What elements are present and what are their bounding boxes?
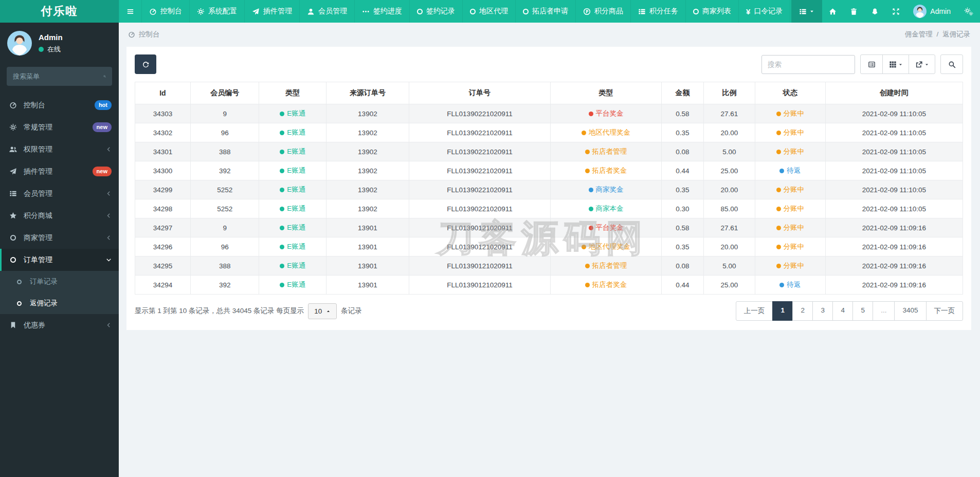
column-header-status[interactable]: 状态 bbox=[755, 82, 825, 104]
export-button[interactable] bbox=[909, 54, 935, 74]
brand-logo[interactable]: 付乐啦 bbox=[0, 0, 119, 23]
top-menu-item-password-records[interactable]: ¥口令记录 bbox=[739, 0, 790, 23]
row-status[interactable]: 待返 bbox=[755, 276, 825, 295]
page-button-4[interactable]: 4 bbox=[832, 301, 853, 321]
sidebar-item-members[interactable]: 会员管理 bbox=[0, 182, 119, 205]
row-type[interactable]: E账通 bbox=[259, 142, 326, 161]
row-status[interactable]: 分账中 bbox=[755, 199, 825, 218]
status-dot-icon bbox=[585, 283, 590, 287]
row-category[interactable]: 地区代理奖金 bbox=[551, 237, 662, 256]
column-header-order-no[interactable]: 订单号 bbox=[409, 82, 550, 104]
column-header-ratio[interactable]: 比例 bbox=[704, 82, 755, 104]
sidebar-item-orders[interactable]: 订单管理 bbox=[0, 249, 119, 271]
row-status[interactable]: 分账中 bbox=[755, 104, 825, 123]
sidebar-toggle-button[interactable] bbox=[119, 0, 142, 23]
page-button-3405[interactable]: 3405 bbox=[894, 301, 926, 321]
sidebar-item-order-records[interactable]: 订单记录 bbox=[0, 271, 119, 292]
prev-page-button[interactable]: 上一页 bbox=[736, 301, 773, 321]
page-button-5[interactable]: 5 bbox=[852, 301, 873, 321]
top-menu-item-contract-progress[interactable]: 签约进度 bbox=[355, 0, 410, 23]
top-menu-item-dashboard[interactable]: 控制台 bbox=[142, 0, 190, 23]
sidebar-item-commission-records[interactable]: 返佣记录 bbox=[0, 292, 119, 314]
row-category[interactable]: 平台奖金 bbox=[551, 218, 662, 237]
breadcrumb-parent[interactable]: 佣金管理 bbox=[905, 30, 933, 38]
sidebar-item-merchants[interactable]: 商家管理 bbox=[0, 227, 119, 249]
pagination-info-suffix: 条记录 bbox=[341, 306, 362, 316]
user-menu[interactable]: Admin bbox=[906, 0, 957, 23]
row-type[interactable]: E账通 bbox=[259, 180, 326, 199]
bookmark-icon bbox=[9, 321, 17, 329]
column-header-created[interactable]: 创建时间 bbox=[825, 82, 963, 104]
top-menu-item-merchant-list[interactable]: 商家列表 bbox=[686, 0, 739, 23]
sidebar-item-points-mall[interactable]: 积分商城 bbox=[0, 205, 119, 227]
top-menu-label: 插件管理 bbox=[263, 7, 292, 16]
top-menu-item-members[interactable]: 会员管理 bbox=[300, 0, 355, 23]
sidebar-item-plugins[interactable]: 插件管理new bbox=[0, 160, 119, 182]
sidebar-item-general[interactable]: 常规管理new bbox=[0, 116, 119, 138]
row-category[interactable]: 拓店者管理 bbox=[551, 142, 662, 161]
page-button-3[interactable]: 3 bbox=[812, 301, 833, 321]
row-category[interactable]: 商家本金 bbox=[551, 199, 662, 218]
top-menu-item-points-goods[interactable]: 积分商品 bbox=[576, 0, 631, 23]
page-button-2[interactable]: 2 bbox=[792, 301, 813, 321]
sidebar-item-permissions[interactable]: 权限管理 bbox=[0, 138, 119, 160]
sidebar-item-dashboard[interactable]: 控制台hot bbox=[0, 94, 119, 116]
top-menu-item-contract-records[interactable]: 签约记录 bbox=[410, 0, 463, 23]
sidebar-item-coupons[interactable]: 优惠券 bbox=[0, 314, 119, 336]
column-header-amount[interactable]: 金额 bbox=[661, 82, 703, 104]
row-type[interactable]: E账通 bbox=[259, 256, 326, 276]
column-header-source-order[interactable]: 来源订单号 bbox=[326, 82, 409, 104]
row-status[interactable]: 分账中 bbox=[755, 256, 825, 276]
detail-view-button[interactable] bbox=[860, 54, 883, 74]
row-status[interactable]: 分账中 bbox=[755, 123, 825, 142]
search-icon[interactable] bbox=[103, 73, 106, 80]
top-menu-item-plugins[interactable]: 插件管理 bbox=[245, 0, 300, 23]
column-header-type[interactable]: 类型 bbox=[259, 82, 326, 104]
row-type[interactable]: E账通 bbox=[259, 123, 326, 142]
row-type[interactable]: E账通 bbox=[259, 237, 326, 256]
top-menu-item-region-agent[interactable]: 地区代理 bbox=[463, 0, 516, 23]
row-category[interactable]: 地区代理奖金 bbox=[551, 123, 662, 142]
settings-button[interactable] bbox=[957, 0, 980, 23]
sidebar-search-input[interactable] bbox=[13, 72, 103, 80]
page-button-1[interactable]: 1 bbox=[772, 301, 793, 321]
row-type[interactable]: E账通 bbox=[259, 218, 326, 237]
row-category[interactable]: 平台奖金 bbox=[551, 104, 662, 123]
layout-dropdown-button[interactable] bbox=[791, 0, 822, 23]
column-header-category[interactable]: 类型 bbox=[551, 82, 662, 104]
columns-button[interactable] bbox=[882, 54, 909, 74]
top-menu-item-shop-developer-apply[interactable]: 拓店者申请 bbox=[516, 0, 576, 23]
top-menu-item-system-config[interactable]: 系统配置 bbox=[190, 0, 245, 23]
row-source-order: 13901 bbox=[326, 218, 409, 237]
column-header-member[interactable]: 会员编号 bbox=[190, 82, 259, 104]
row-type[interactable]: E账通 bbox=[259, 276, 326, 295]
home-button[interactable] bbox=[822, 0, 843, 23]
row-member: 5252 bbox=[190, 199, 259, 218]
row-type[interactable]: E账通 bbox=[259, 161, 326, 180]
fullscreen-button[interactable] bbox=[885, 0, 906, 23]
row-type[interactable]: E账通 bbox=[259, 104, 326, 123]
column-header-id[interactable]: Id bbox=[135, 82, 191, 104]
table-search-input[interactable] bbox=[761, 55, 855, 74]
top-menu-item-points-tasks[interactable]: 积分任务 bbox=[631, 0, 686, 23]
page-size-select[interactable]: 10 bbox=[308, 303, 337, 319]
row-ratio: 27.61 bbox=[704, 218, 755, 237]
row-category[interactable]: 拓店者奖金 bbox=[551, 276, 662, 295]
row-status[interactable]: 待返 bbox=[755, 161, 825, 180]
row-type[interactable]: E账通 bbox=[259, 199, 326, 218]
row-status[interactable]: 分账中 bbox=[755, 180, 825, 199]
row-status[interactable]: 分账中 bbox=[755, 237, 825, 256]
row-category[interactable]: 拓店者管理 bbox=[551, 256, 662, 276]
row-category[interactable]: 拓店者奖金 bbox=[551, 161, 662, 180]
row-status[interactable]: 分账中 bbox=[755, 142, 825, 161]
breadcrumb-left[interactable]: 控制台 bbox=[128, 30, 160, 39]
next-page-button[interactable]: 下一页 bbox=[926, 301, 964, 321]
qq-button[interactable] bbox=[864, 0, 885, 23]
row-category[interactable]: 商家奖金 bbox=[551, 180, 662, 199]
clear-cache-button[interactable] bbox=[843, 0, 864, 23]
row-member: 392 bbox=[190, 161, 259, 180]
search-toggle-button[interactable] bbox=[940, 54, 963, 74]
row-ratio: 20.00 bbox=[704, 180, 755, 199]
refresh-button[interactable] bbox=[135, 54, 156, 74]
row-status[interactable]: 分账中 bbox=[755, 218, 825, 237]
